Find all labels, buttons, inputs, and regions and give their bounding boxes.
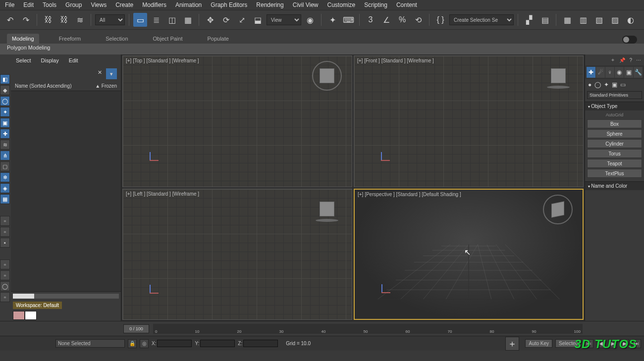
se-btn-f[interactable]: ◯ xyxy=(0,281,10,291)
se-btn-a[interactable]: ▫ xyxy=(0,216,10,226)
x-input[interactable] xyxy=(157,340,192,347)
display-hidden-icon[interactable]: ◈ xyxy=(0,183,10,193)
scale-button[interactable]: ⤢ xyxy=(235,13,249,27)
mirror-button[interactable]: ▞ xyxy=(522,13,536,27)
primitives-dropdown[interactable]: Standard Primitives xyxy=(587,91,642,99)
se-btn-b[interactable]: ▫ xyxy=(0,227,10,237)
filter-icon[interactable]: ▾ xyxy=(106,68,117,79)
toggle-ribbon-button[interactable]: ▥ xyxy=(576,13,590,27)
display-spacewarps-icon[interactable]: ≋ xyxy=(0,140,10,150)
menu-content[interactable]: Content xyxy=(396,1,417,8)
viewport-label-perspective[interactable]: [+] [Perspective ] [Standard ] [Default … xyxy=(358,192,461,197)
unlink-button[interactable]: ⛓ xyxy=(57,13,71,27)
ref-coord-dropdown[interactable]: View xyxy=(267,14,301,25)
bind-spacewarp-button[interactable]: ≋ xyxy=(73,13,87,27)
viewport-top[interactable]: [+] [Top ] [Standard ] [Wireframe ] xyxy=(122,55,352,187)
percent-snap-button[interactable]: % xyxy=(395,13,409,27)
schematic-view-button[interactable]: ▨ xyxy=(608,13,622,27)
cmd-pin-icon[interactable]: 📌 xyxy=(619,57,625,63)
display-geometry-icon[interactable]: ◆ xyxy=(0,85,10,95)
se-btn-c[interactable]: ▪ xyxy=(0,238,10,248)
viewcube-perspective[interactable] xyxy=(543,195,573,224)
viewport-label-top[interactable]: [+] [Top ] [Standard ] [Wireframe ] xyxy=(126,58,199,63)
rotate-button[interactable]: ⟳ xyxy=(219,13,233,27)
use-pivot-button[interactable]: ◉ xyxy=(303,13,317,27)
cmd-tab-display[interactable]: ▣ xyxy=(624,67,633,78)
cat-cameras-icon[interactable]: ▣ xyxy=(612,81,617,88)
viewcube-top[interactable] xyxy=(312,61,342,91)
column-frozen[interactable]: ▲ Frozen xyxy=(95,83,117,89)
workspace-label[interactable]: Workspace: Default xyxy=(13,302,62,309)
viewport-perspective[interactable]: [+] [Perspective ] [Standard ] [Default … xyxy=(354,189,584,320)
display-shapes-icon[interactable]: ◯ xyxy=(0,96,10,106)
viewcube-left[interactable] xyxy=(312,194,342,224)
window-crossing-button[interactable]: ▦ xyxy=(181,13,195,27)
create-torus-button[interactable]: Torus xyxy=(587,149,642,158)
viewport-left[interactable]: [+] [Left ] [Standard ] [Wireframe ] xyxy=(122,189,352,320)
named-selection-dropdown[interactable]: Create Selection Se xyxy=(449,14,514,25)
y-input[interactable] xyxy=(200,340,235,347)
curve-editor-button[interactable]: ▧ xyxy=(592,13,606,27)
cmd-tab-motion[interactable]: ◉ xyxy=(615,67,624,78)
move-button[interactable]: ✥ xyxy=(203,13,217,27)
cmd-plus-icon[interactable]: ＋ xyxy=(610,56,615,63)
column-name[interactable]: Name (Sorted Ascending) xyxy=(15,83,72,89)
clear-filter-icon[interactable]: ✕ xyxy=(96,68,104,79)
menu-views[interactable]: Views xyxy=(91,1,107,8)
keyboard-shortcut-button[interactable]: ⌨ xyxy=(341,13,355,27)
scene-scrollbar[interactable] xyxy=(13,294,119,299)
cmd-help-icon[interactable]: ? xyxy=(629,57,632,63)
create-box-button[interactable]: Box xyxy=(587,119,642,128)
scene-menu-edit[interactable]: Edit xyxy=(69,57,78,63)
cmd-tab-hierarchy[interactable]: ♀ xyxy=(605,67,614,78)
selection-filter-dropdown[interactable]: All xyxy=(95,14,125,25)
rollout-name-color[interactable]: Name and Color xyxy=(585,181,644,190)
ribbon-tab-modeling[interactable]: Modeling xyxy=(7,34,39,44)
time-slider[interactable]: 0 / 100 xyxy=(123,324,149,333)
layer-explorer-button[interactable]: ▦ xyxy=(560,13,574,27)
display-groups-icon[interactable]: ▦ xyxy=(0,194,10,204)
material-slots[interactable] xyxy=(13,311,119,320)
display-frozen-icon[interactable]: ❄ xyxy=(0,172,10,182)
menu-modifiers[interactable]: Modifiers xyxy=(142,1,166,8)
menu-animation[interactable]: Animation xyxy=(175,1,202,8)
viewport-label-front[interactable]: [+] [Front ] [Standard ] [Wireframe ] xyxy=(357,58,434,63)
cat-helpers-icon[interactable]: ▭ xyxy=(620,81,626,88)
ribbon-tab-freeform[interactable]: Freeform xyxy=(54,34,86,44)
se-btn-d[interactable]: ▫ xyxy=(0,259,10,269)
select-by-name-button[interactable]: ≣ xyxy=(149,13,163,27)
isolate-selection-icon[interactable]: ◎ xyxy=(140,339,149,348)
menu-file[interactable]: File xyxy=(5,1,14,8)
cmd-tab-utilities[interactable]: 🔧 xyxy=(634,67,643,78)
menu-civilview[interactable]: Civil View xyxy=(293,1,319,8)
display-all-icon[interactable]: ◧ xyxy=(0,74,10,84)
cat-shapes-icon[interactable]: ◯ xyxy=(594,81,601,88)
spinner-snap-button[interactable]: ⟲ xyxy=(411,13,425,27)
menu-edit[interactable]: Edit xyxy=(23,1,34,8)
menu-scripting[interactable]: Scripting xyxy=(364,1,387,8)
autokey-button[interactable]: Auto Key xyxy=(525,339,552,348)
cmd-tab-modify[interactable]: ☄ xyxy=(596,67,605,78)
add-time-tag-button[interactable]: ＋ xyxy=(505,337,519,351)
se-btn-e[interactable]: ▫ xyxy=(0,270,10,280)
ribbon-tab-objectpaint[interactable]: Object Paint xyxy=(148,34,188,44)
rollout-object-type[interactable]: Object Type xyxy=(585,102,644,110)
create-sphere-button[interactable]: Sphere xyxy=(587,129,642,138)
lock-selection-icon[interactable]: 🔒 xyxy=(128,339,137,348)
menu-grapheditors[interactable]: Graph Editors xyxy=(211,1,247,8)
create-cylinder-button[interactable]: Cylinder xyxy=(587,139,642,148)
ribbon-toggle[interactable] xyxy=(622,36,637,44)
time-track[interactable]: 0 10 20 30 40 50 60 70 80 90 100 xyxy=(153,324,583,334)
menu-create[interactable]: Create xyxy=(115,1,133,8)
menu-customize[interactable]: Customize xyxy=(327,1,356,8)
cat-lights-icon[interactable]: ✦ xyxy=(604,81,609,88)
display-lights-icon[interactable]: ✦ xyxy=(0,107,10,117)
select-region-button[interactable]: ◫ xyxy=(165,13,179,27)
cmd-more-icon[interactable]: ⋯ xyxy=(636,57,641,63)
snap-toggle-button[interactable]: 3 xyxy=(364,13,377,27)
display-cameras-icon[interactable]: ▣ xyxy=(0,118,10,128)
undo-button[interactable]: ↶ xyxy=(3,13,17,27)
align-button[interactable]: ▤ xyxy=(538,13,552,27)
viewport-front[interactable]: [+] [Front ] [Standard ] [Wireframe ] xyxy=(354,55,584,187)
viewcube-front[interactable] xyxy=(543,61,573,91)
